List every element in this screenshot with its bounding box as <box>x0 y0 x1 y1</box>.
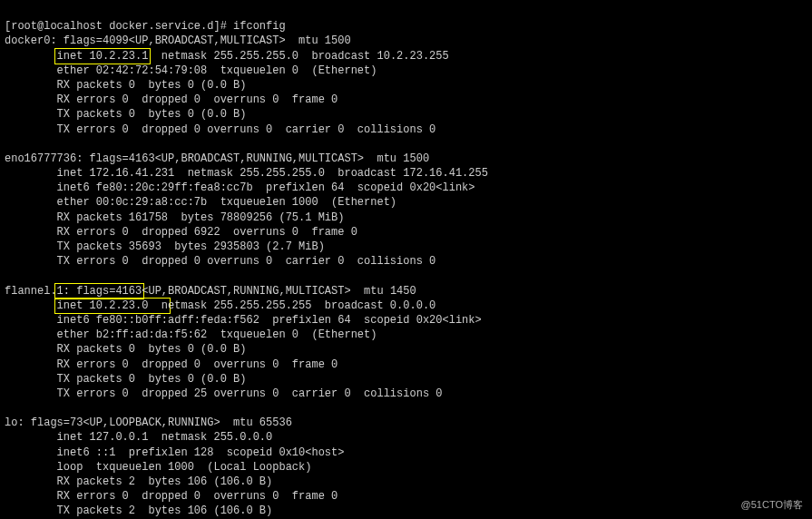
docker0-tx-errors: TX errors 0 dropped 0 overruns 0 carrier… <box>5 123 435 136</box>
eno-tx-packets: TX packets 35693 bytes 2935803 (2.7 MiB) <box>5 240 325 253</box>
eno-ether: ether 00:0c:29:a8:cc:7b txqueuelen 1000 … <box>5 196 396 209</box>
flannel-tx-packets: TX packets 0 bytes 0 (0.0 B) <box>5 373 246 386</box>
docker0-header: docker0: flags=4099<UP,BROADCAST,MULTICA… <box>5 34 351 47</box>
docker0-rx-errors: RX errors 0 dropped 0 overruns 0 frame 0 <box>5 93 338 106</box>
eno-rx-errors: RX errors 0 dropped 6922 overruns 0 fram… <box>5 226 357 239</box>
docker0-rx-packets: RX packets 0 bytes 0 (0.0 B) <box>5 79 246 92</box>
eno-header: eno16777736: flags=4163<UP,BROADCAST,RUN… <box>5 152 429 165</box>
docker0-inet-highlight: inet 10.2.23.1 <box>54 48 152 64</box>
lo-loop: loop txqueuelen 1000 (Local Loopback) <box>5 461 311 474</box>
lo-tx-packets: TX packets 2 bytes 106 (106.0 B) <box>5 504 272 517</box>
flannel-header-prefix: flannel. <box>5 285 57 298</box>
flannel-rx-errors: RX errors 0 dropped 0 overruns 0 frame 0 <box>5 358 338 371</box>
terminal-output: [root@localhost docker.service.d]# ifcon… <box>5 5 807 519</box>
eno-tx-errors: TX errors 0 dropped 0 overruns 0 carrier… <box>5 255 435 268</box>
flannel-ether: ether b2:ff:ad:da:f5:62 txqueuelen 0 (Et… <box>5 328 377 341</box>
eno-inet6: inet6 fe80::20c:29ff:fea8:cc7b prefixlen… <box>5 181 474 194</box>
flannel-rx-packets: RX packets 0 bytes 0 (0.0 B) <box>5 343 246 356</box>
watermark-label: @51CTO博客 <box>741 498 803 512</box>
flannel-tx-errors: TX errors 0 dropped 25 overruns 0 carrie… <box>5 387 442 400</box>
lo-header: lo: flags=73<UP,LOOPBACK,RUNNING> mtu 65… <box>5 416 292 429</box>
flannel-inet6: inet6 fe80::b0ff:adff:feda:f562 prefixle… <box>5 314 482 327</box>
eno-inet: inet 172.16.41.231 netmask 255.255.255.0… <box>5 167 488 180</box>
docker0-tx-packets: TX packets 0 bytes 0 (0.0 B) <box>5 108 246 121</box>
lo-rx-packets: RX packets 2 bytes 106 (106.0 B) <box>5 475 272 488</box>
docker0-ether: ether 02:42:72:54:79:08 txqueuelen 0 (Et… <box>5 64 377 77</box>
shell-prompt: [root@localhost docker.service.d]# ifcon… <box>5 20 286 33</box>
eno-rx-packets: RX packets 161758 bytes 78809256 (75.1 M… <box>5 211 344 224</box>
lo-rx-errors: RX errors 0 dropped 0 overruns 0 frame 0 <box>5 490 338 503</box>
flannel-inet-highlight: inet 10.2.23.0 n <box>54 298 171 314</box>
lo-inet: inet 127.0.0.1 netmask 255.0.0.0 <box>5 431 272 444</box>
flannel-header-suffix: <UP,BROADCAST,RUNNING,MULTICAST> mtu 145… <box>142 285 416 298</box>
docker0-inet-rest: netmask 255.255.255.0 broadcast 10.2.23.… <box>148 50 448 63</box>
flannel-inet-rest: etmask 255.255.255.255 broadcast 0.0.0.0 <box>168 299 435 312</box>
lo-inet6: inet6 ::1 prefixlen 128 scopeid 0x10<hos… <box>5 446 344 459</box>
